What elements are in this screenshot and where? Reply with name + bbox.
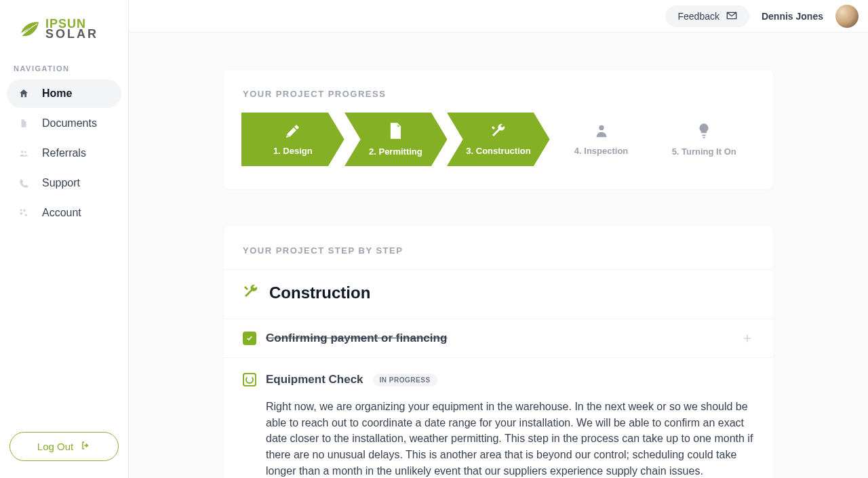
person-icon (594, 123, 609, 142)
progress-step-permitting: 2. Permitting (344, 113, 448, 166)
nav-item-support[interactable]: Support (7, 169, 121, 197)
check-icon (243, 332, 256, 345)
svg-point-0 (21, 151, 24, 153)
step-label: 1. Design (273, 146, 313, 156)
pencil-ruler-icon (283, 123, 302, 142)
logout-icon (80, 441, 91, 452)
progress-card-title: YOUR PROJECT PROGRESS (243, 89, 754, 99)
username[interactable]: Dennis Jones (762, 11, 823, 22)
nav-item-label: Documents (42, 117, 97, 130)
phone-icon (18, 178, 30, 188)
envelope-icon (726, 11, 737, 22)
progress-steps: 1. Design 2. Permitting 3. Construction (224, 113, 773, 189)
nav-section-label: NAVIGATION (0, 55, 128, 79)
file-icon (388, 122, 403, 142)
progress-step-inspection: 4. Inspection (550, 113, 653, 166)
content: YOUR PROJECT PROGRESS 1. Design 2. Permi… (129, 33, 868, 478)
brand-line2: SOLAR (45, 29, 98, 39)
nav-item-home[interactable]: Home (7, 79, 121, 108)
step-label: 2. Permitting (369, 146, 422, 157)
nav-item-label: Referrals (42, 147, 86, 159)
sbs-card-title: YOUR PROJECT STEP BY STEP (243, 245, 754, 256)
feedback-label: Feedback (677, 11, 719, 22)
task-description: Right now, we are organizing your equipm… (224, 399, 773, 478)
step-label: 4. Inspection (574, 146, 628, 156)
logout-button[interactable]: Log Out (9, 432, 119, 461)
logout-label: Log Out (37, 441, 73, 452)
step-by-step-card: YOUR PROJECT STEP BY STEP Construction C… (224, 226, 773, 478)
nav-item-referrals[interactable]: Referrals (7, 139, 121, 167)
status-badge: IN PROGRESS (373, 374, 437, 386)
feedback-button[interactable]: Feedback (665, 5, 749, 27)
users-icon (18, 148, 30, 158)
svg-point-6 (599, 125, 604, 130)
progress-step-construction: 3. Construction (447, 113, 550, 166)
wrench-icon (489, 123, 508, 142)
nav-item-account[interactable]: Account (7, 199, 121, 227)
expand-icon[interactable] (741, 332, 754, 345)
brand-logo[interactable]: IPSUN SOLAR (0, 10, 128, 55)
step-label: 3. Construction (466, 146, 530, 156)
leaf-icon (17, 17, 41, 41)
current-stage-title: Construction (269, 283, 370, 302)
task-title: Confirming payment or financing (266, 332, 447, 345)
home-icon (18, 88, 30, 99)
lightbulb-icon (697, 122, 711, 142)
spinner-icon (243, 373, 256, 386)
task-title: Equipment Check (266, 373, 363, 386)
progress-step-turning-on: 5. Turning It On (652, 113, 755, 166)
progress-card: YOUR PROJECT PROGRESS 1. Design 2. Permi… (224, 70, 773, 189)
task-row-equipment-check[interactable]: Equipment Check IN PROGRESS (224, 361, 773, 399)
main: Feedback Dennis Jones YOUR PROJECT PROGR… (129, 0, 868, 478)
nav: Home Documents Referrals Support Account (0, 79, 128, 227)
nav-item-label: Account (42, 207, 81, 219)
document-icon (18, 118, 30, 129)
nav-item-label: Support (42, 177, 80, 189)
task-row-confirming-payment[interactable]: Confirming payment or financing (224, 319, 773, 357)
avatar[interactable] (835, 5, 859, 28)
svg-point-1 (24, 151, 26, 153)
topbar: Feedback Dennis Jones (129, 0, 868, 33)
progress-step-design: 1. Design (241, 113, 344, 166)
step-label: 5. Turning It On (672, 146, 736, 157)
tools-icon (18, 207, 30, 218)
nav-item-label: Home (42, 87, 72, 100)
nav-item-documents[interactable]: Documents (7, 109, 121, 138)
sidebar: IPSUN SOLAR NAVIGATION Home Documents Re… (0, 0, 129, 478)
construction-icon (243, 283, 259, 302)
